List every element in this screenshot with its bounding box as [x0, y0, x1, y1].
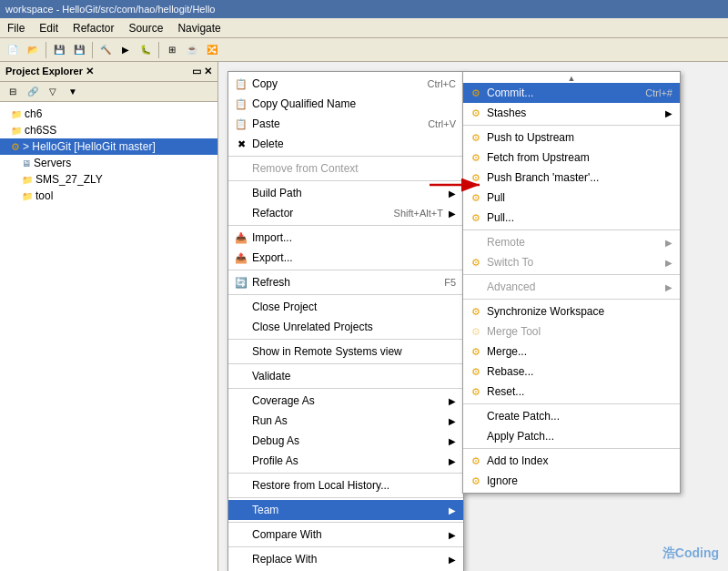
tree-item-servers[interactable]: 🖥 Servers [0, 155, 217, 171]
ctx-team-ignore[interactable]: ⚙ Ignore [463, 471, 680, 491]
folder-icon: 📁 [22, 175, 33, 185]
ctx-import-label: Import... [252, 231, 292, 244]
ctx-team-apply-patch[interactable]: Apply Patch... [463, 426, 680, 446]
ctx-team-ignore-label: Ignore [487, 474, 518, 487]
ctx-team-fetch-upstream-label: Fetch from Upstream [487, 151, 590, 164]
context-menu-left: 📋 Copy Ctrl+C 📋 Copy Qualified Name 📋 Pa… [228, 71, 464, 571]
ctx-refactor[interactable]: Refactor Shift+Alt+T ▶ [228, 203, 463, 223]
filter-btn[interactable]: ▽ [44, 83, 62, 101]
ctx-copy-qualified[interactable]: 📋 Copy Qualified Name [228, 94, 463, 114]
toolbar-sep-3 [158, 42, 159, 58]
ctx-team-reset-label: Reset... [487, 385, 524, 398]
tree-item-ch6[interactable]: 📁 ch6 [0, 106, 217, 122]
menu-source[interactable]: Source [125, 20, 167, 36]
ctx-commit-shortcut: Ctrl+# [645, 87, 672, 98]
ctx-team-apply-patch-label: Apply Patch... [487, 430, 554, 443]
tree-item-tool[interactable]: 📁 tool [0, 188, 217, 204]
ctx-team-pull[interactable]: ⚙ Pull [463, 188, 680, 208]
ctx-debug-as[interactable]: Debug As ▶ [228, 431, 463, 451]
ctx-team-commit[interactable]: ⚙ Commit... Ctrl+# [463, 83, 680, 103]
view-menu-btn[interactable]: ▼ [64, 83, 82, 101]
ctx-refresh-shortcut: F5 [444, 277, 456, 288]
ctx-team-stashes[interactable]: ⚙ Stashes ▶ [463, 103, 680, 123]
folder-icon: 📁 [22, 191, 33, 201]
ctx-validate[interactable]: Validate [228, 366, 463, 386]
replace-icon [234, 552, 248, 566]
ctx-team-sync-workspace-label: Synchronize Workspace [487, 305, 604, 318]
ctx-right-sep-2 [463, 229, 680, 230]
ctx-paste[interactable]: 📋 Paste Ctrl+V [228, 114, 463, 134]
toolbar-save-btn[interactable]: 💾 [50, 41, 68, 59]
toolbar-new-btn[interactable]: 📄 [4, 41, 22, 59]
ctx-coverage-label: Coverage As [252, 394, 315, 407]
toolbar-open-btn[interactable]: 📂 [24, 41, 42, 59]
tree-item-sms[interactable]: 📁 SMS_27_ZLY [0, 171, 217, 188]
ctx-close-project[interactable]: Close Project [228, 297, 463, 317]
ctx-copy[interactable]: 📋 Copy Ctrl+C [228, 74, 463, 94]
ctx-team-create-patch[interactable]: Create Patch... [463, 406, 680, 426]
menu-refactor[interactable]: Refactor [69, 20, 117, 36]
commit-icon: ⚙ [469, 86, 483, 100]
ctx-show-remote[interactable]: Show in Remote Systems view [228, 342, 463, 362]
toolbar-save-all-btn[interactable]: 💾 [70, 41, 88, 59]
ctx-team-merge-label: Merge... [487, 345, 527, 358]
ctx-team-sync-workspace[interactable]: ⚙ Synchronize Workspace [463, 301, 680, 321]
ctx-import[interactable]: 📥 Import... [228, 228, 463, 248]
menu-edit[interactable]: Edit [35, 20, 62, 36]
ctx-coverage-as[interactable]: Coverage As ▶ [228, 391, 463, 411]
push-upstream-icon: ⚙ [469, 130, 483, 145]
ctx-team-merge[interactable]: ⚙ Merge... [463, 342, 680, 362]
coverage-icon [234, 393, 248, 408]
ctx-team[interactable]: Team ▶ [228, 500, 463, 520]
tree-item-ch6ss[interactable]: 📁 ch6SS [0, 122, 217, 138]
link-editor-btn[interactable]: 🔗 [24, 83, 42, 101]
git-icon: ⚙ [11, 141, 20, 153]
collapse-all-btn[interactable]: ⊟ [4, 83, 22, 101]
context-menu-right-team: ▲ ⚙ Commit... Ctrl+# ⚙ Stashes ▶ ⚙ Push … [462, 71, 681, 494]
validate-icon [234, 369, 248, 383]
replace-arrow: ▶ [449, 555, 456, 565]
menu-file[interactable]: File [4, 20, 28, 36]
ctx-profile-as[interactable]: Profile As ▶ [228, 451, 463, 471]
tree-item-label: Servers [34, 157, 71, 169]
ctx-sep-1 [228, 156, 463, 157]
ctx-build-path[interactable]: Build Path ▶ [228, 183, 463, 203]
paste-icon: 📋 [234, 117, 248, 131]
switch-to-icon: ⚙ [469, 255, 483, 270]
toolbar-build-btn[interactable]: 🔨 [96, 41, 115, 59]
toolbar-git-btn[interactable]: 🔀 [203, 41, 221, 59]
ctx-run-label: Run As [252, 414, 288, 427]
ctx-profile-label: Profile As [252, 454, 298, 467]
ctx-export[interactable]: 📤 Export... [228, 248, 463, 268]
toolbar-debug-btn[interactable]: 🐛 [136, 41, 155, 59]
ctx-team-push-branch[interactable]: ⚙ Push Branch 'master'... [463, 168, 680, 188]
merge-icon: ⚙ [469, 344, 483, 359]
ctx-team-push-upstream[interactable]: ⚙ Push to Upstream [463, 127, 680, 148]
ctx-team-rebase[interactable]: ⚙ Rebase... [463, 362, 680, 382]
ctx-team-fetch-upstream[interactable]: ⚙ Fetch from Upstream [463, 148, 680, 168]
folder-icon: 📁 [11, 126, 22, 136]
ctx-compare-with[interactable]: Compare With ▶ [228, 525, 463, 545]
ctx-team-pull-dialog[interactable]: ⚙ Pull... [463, 208, 680, 228]
toolbar-run-btn[interactable]: ▶ [116, 41, 135, 59]
ctx-restore-history[interactable]: Restore from Local History... [228, 475, 463, 495]
tree-item-hellogit[interactable]: ⚙ > HelloGit [HelloGit master] [0, 138, 217, 155]
ctx-delete-label: Delete [252, 138, 284, 150]
ctx-delete[interactable]: ✖ Delete [228, 134, 463, 154]
ctx-team-reset[interactable]: ⚙ Reset... [463, 382, 680, 402]
compare-icon [234, 527, 248, 542]
ctx-team-add-index[interactable]: ⚙ Add to Index [463, 451, 680, 471]
ctx-team-push-branch-label: Push Branch 'master'... [487, 171, 599, 184]
run-arrow: ▶ [449, 416, 456, 426]
ctx-run-as[interactable]: Run As ▶ [228, 411, 463, 431]
ctx-team-rebase-label: Rebase... [487, 365, 533, 378]
ctx-team-merge-tool-label: Merge Tool [487, 325, 541, 338]
toolbar-java-btn[interactable]: ☕ [183, 41, 201, 59]
copy-qualified-icon: 📋 [234, 97, 248, 111]
toolbar-perspective-btn[interactable]: ⊞ [163, 41, 181, 59]
pull-icon: ⚙ [469, 190, 483, 205]
ctx-close-unrelated[interactable]: Close Unrelated Projects [228, 317, 463, 337]
menu-navigate[interactable]: Navigate [174, 20, 224, 36]
ctx-refresh[interactable]: 🔄 Refresh F5 [228, 272, 463, 292]
ctx-replace-with[interactable]: Replace With ▶ [228, 549, 463, 569]
